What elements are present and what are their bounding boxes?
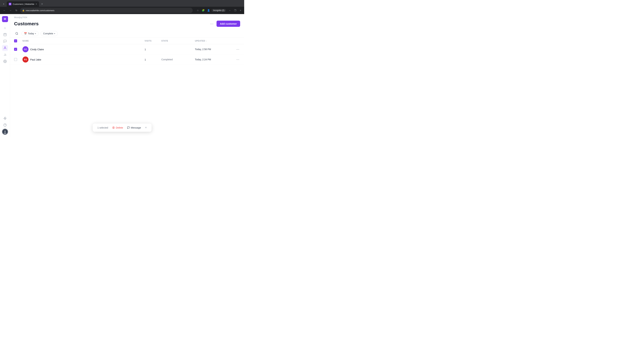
incognito-badge: Incognito (2) — [212, 9, 226, 12]
status-filter-pill[interactable]: Complete ▾ — [40, 31, 58, 36]
svg-marker-9 — [4, 117, 6, 120]
table-header: NAME VISITS STATE UPDATED ↕ — [10, 38, 244, 44]
row-menu-btn-1[interactable]: ⋯ — [236, 47, 240, 52]
address-text: new.waitwhile.com/customers — [26, 9, 54, 12]
tab-label: Customers | Waitwhile — [13, 3, 34, 5]
customer-name-2: Paul Jake — [30, 58, 41, 61]
cell-state-2: Completed — [161, 58, 195, 61]
svg-point-15 — [16, 32, 18, 34]
cell-updated-1: Today, 2:58 PM — [195, 48, 232, 51]
date-filter-pill[interactable]: 📅 Today ▾ — [22, 31, 38, 36]
main-content: Moodjoy7434 Customers ⋯ Add customer 📅 T… — [10, 14, 244, 137]
lock-icon: 🔒 — [22, 9, 25, 11]
forward-btn[interactable]: → — [8, 8, 13, 13]
svg-point-13 — [4, 131, 6, 132]
svg-line-16 — [17, 34, 18, 34]
extensions-btn[interactable]: 🧩 — [201, 8, 206, 13]
bottom-action-bar: 1 selected Delete Message × — [93, 123, 152, 132]
breadcrumb: Moodjoy7434 — [10, 14, 244, 19]
sidebar-item-calendar[interactable] — [2, 31, 8, 37]
th-visits: VISITS — [144, 40, 161, 42]
search-btn[interactable] — [14, 31, 20, 36]
close-btn[interactable]: × — [239, 9, 242, 12]
customer-name-1: Cindy Claire — [30, 48, 44, 51]
tab-expand-btn[interactable]: ▾ — [1, 2, 6, 6]
delete-btn[interactable]: Delete — [112, 126, 123, 129]
svg-point-14 — [4, 132, 6, 134]
cell-visits-2: 1 — [144, 58, 161, 61]
table-container: NAME VISITS STATE UPDATED ↕ CC Cindy Cla… — [10, 38, 244, 137]
sidebar-user-avatar[interactable] — [2, 129, 8, 135]
sidebar-logo[interactable]: M — [2, 16, 8, 22]
refresh-btn[interactable]: ↻ — [14, 8, 19, 13]
th-updated[interactable]: UPDATED ↕ — [195, 40, 232, 42]
date-filter-label: Today — [28, 32, 34, 35]
window-controls: − ❐ × — [228, 9, 242, 12]
sidebar-item-home[interactable]: ⌂ — [2, 25, 8, 31]
table-row[interactable]: PJ Paul Jake 1 Completed Today, 2:24 PM … — [10, 54, 244, 65]
tab-close-btn[interactable]: × — [36, 3, 37, 5]
sidebar-item-lightning[interactable] — [2, 115, 8, 121]
sidebar-item-analytics[interactable] — [2, 52, 8, 58]
app-container: M ⌂ — [0, 14, 244, 137]
incognito-label: Incognito (2) — [213, 9, 224, 11]
sidebar-bottom — [2, 115, 8, 135]
tab-favicon: W — [9, 3, 12, 5]
table-row[interactable]: CC Cindy Claire 1 Today, 2:58 PM ⋯ — [10, 44, 244, 54]
sidebar-item-settings[interactable] — [2, 58, 8, 64]
row-checkbox-1[interactable] — [14, 48, 17, 51]
status-filter-chevron: ▾ — [54, 32, 55, 35]
selected-count: 1 selected — [98, 126, 108, 129]
add-customer-btn[interactable]: Add customer — [216, 21, 240, 27]
avatar-pj: PJ — [22, 56, 28, 62]
bookmark-btn[interactable]: ☆ — [196, 8, 200, 13]
row-menu-btn-2[interactable]: ⋯ — [236, 57, 240, 62]
cell-updated-2: Today, 2:24 PM — [195, 58, 232, 61]
avatar-cc: CC — [22, 46, 28, 52]
page-title: Customers — [14, 21, 209, 26]
page-header: Customers ⋯ Add customer — [10, 19, 244, 29]
address-bar-row: ← → ↻ 🔒 new.waitwhile.com/customers ☆ 🧩 … — [0, 7, 244, 14]
sidebar-logo-letter: M — [4, 17, 6, 21]
row-checkbox-2[interactable] — [14, 58, 17, 61]
address-box[interactable]: 🔒 new.waitwhile.com/customers — [20, 8, 193, 13]
active-tab[interactable]: W Customers | Waitwhile × — [7, 1, 39, 7]
svg-rect-0 — [4, 33, 6, 36]
sidebar-item-chat[interactable] — [2, 38, 8, 44]
svg-point-4 — [4, 47, 6, 48]
message-label: Message — [131, 126, 141, 129]
status-filter-label: Complete — [43, 32, 53, 35]
delete-label: Delete — [116, 126, 123, 129]
filters-row: 📅 Today ▾ Complete ▾ — [10, 29, 244, 38]
minimize-btn[interactable]: − — [228, 9, 232, 12]
more-options-btn[interactable]: ⋯ — [209, 21, 214, 26]
tab-bar: ▾ W Customers | Waitwhile × + — [0, 0, 244, 7]
svg-point-8 — [4, 61, 5, 62]
sort-icon: ↕ — [206, 40, 207, 42]
th-name: NAME — [22, 40, 144, 42]
th-state: STATE — [161, 40, 195, 42]
close-bar-btn[interactable]: × — [145, 126, 147, 129]
back-btn[interactable]: ← — [2, 8, 7, 13]
customer-info-1: CC Cindy Claire — [22, 46, 144, 52]
browser-actions: ☆ 🧩 👤 Incognito (2) − ❐ × — [196, 8, 242, 13]
date-filter-chevron: ▾ — [35, 32, 36, 35]
sidebar: M ⌂ — [0, 14, 10, 137]
header-actions: ⋯ Add customer — [209, 21, 240, 27]
cell-visits-1: 1 — [144, 48, 161, 51]
message-btn[interactable]: Message — [127, 126, 141, 129]
sidebar-item-customers[interactable] — [2, 45, 8, 51]
calendar-filter-icon: 📅 — [24, 32, 27, 35]
maximize-btn[interactable]: ❐ — [234, 9, 237, 12]
sidebar-item-help[interactable] — [2, 122, 8, 128]
browser-chrome: ▾ W Customers | Waitwhile × + ← → ↻ 🔒 ne… — [0, 0, 244, 14]
customer-info-2: PJ Paul Jake — [22, 56, 144, 62]
select-all-checkbox[interactable] — [14, 39, 17, 42]
profile-btn[interactable]: 👤 — [206, 8, 211, 13]
new-tab-btn[interactable]: + — [40, 2, 44, 6]
